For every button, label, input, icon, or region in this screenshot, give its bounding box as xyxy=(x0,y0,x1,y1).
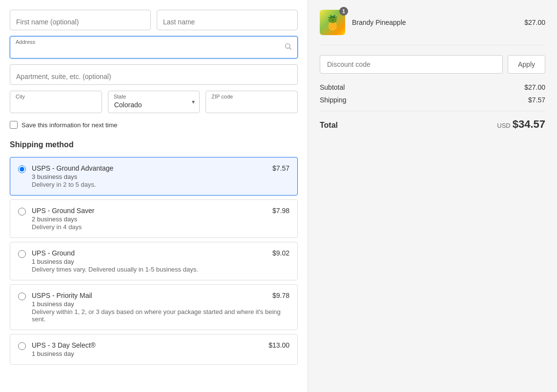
svg-line-1 xyxy=(289,48,291,50)
subtotal-label: Subtotal xyxy=(320,83,345,91)
shipping-radio-4[interactable] xyxy=(18,342,26,350)
discount-code-input[interactable] xyxy=(320,55,503,74)
shipping-option-content-4: UPS - 3 Day Select® $13.00 1 business da… xyxy=(32,341,289,357)
shipping-option-top-3: USPS - Priority Mail $9.78 xyxy=(32,292,289,299)
shipping-option-content-0: USPS - Ground Advantage $7.57 3 business… xyxy=(32,164,289,188)
shipping-radio-1[interactable] xyxy=(18,208,26,216)
city-input[interactable]: Denver xyxy=(10,91,102,113)
last-name-input[interactable] xyxy=(157,10,298,30)
state-select[interactable]: Colorado xyxy=(108,91,200,113)
shipping-option-0[interactable]: USPS - Ground Advantage $7.57 3 business… xyxy=(10,157,298,196)
shipping-option-days-3: 1 business day xyxy=(32,300,289,308)
shipping-radio-3[interactable] xyxy=(18,293,26,300)
city-field: City Denver xyxy=(10,91,102,113)
product-name: Brandy Pineapple xyxy=(352,19,517,26)
zip-input[interactable]: 80206 xyxy=(206,91,298,113)
shipping-option-name-0: USPS - Ground Advantage xyxy=(32,164,113,172)
shipping-option-name-2: UPS - Ground xyxy=(32,249,75,257)
shipping-label: Shipping xyxy=(320,96,347,104)
shipping-value: $7.57 xyxy=(528,96,545,104)
save-info-label[interactable]: Save this information for next time xyxy=(21,121,118,129)
shipping-option-content-1: UPS - Ground Saver $7.98 2 business days… xyxy=(32,207,289,231)
save-info-row: Save this information for next time xyxy=(10,121,298,129)
shipping-option-top-2: UPS - Ground $9.02 xyxy=(32,249,289,257)
shipping-option-1[interactable]: UPS - Ground Saver $7.98 2 business days… xyxy=(10,199,298,238)
summary-divider xyxy=(320,111,545,111)
shipping-option-days-1: 2 business days xyxy=(32,216,289,223)
shipping-option-delivery-1: Delivery in 4 days xyxy=(32,223,289,231)
shipping-section: Shipping method USPS - Ground Advantage … xyxy=(10,140,298,365)
shipping-option-days-4: 1 business day xyxy=(32,350,289,357)
shipping-option-name-1: UPS - Ground Saver xyxy=(32,207,94,215)
discount-row: Apply xyxy=(320,55,545,74)
shipping-option-price-4: $13.00 xyxy=(268,341,289,349)
checkout-form: Address 175 Harrison Street City Denver … xyxy=(0,0,308,392)
shipping-option-price-0: $7.57 xyxy=(272,164,289,172)
product-quantity-badge: 1 xyxy=(339,7,348,16)
shipping-section-title: Shipping method xyxy=(10,140,298,149)
first-name-input[interactable] xyxy=(10,10,151,30)
shipping-option-top-4: UPS - 3 Day Select® $13.00 xyxy=(32,341,289,349)
last-name-field xyxy=(157,10,298,30)
subtotal-value: $27.00 xyxy=(524,83,545,91)
name-row xyxy=(10,10,298,30)
product-image-wrapper: 🍍 1 xyxy=(320,10,345,35)
total-currency: USD xyxy=(497,122,510,129)
apt-field xyxy=(10,64,298,85)
total-label: Total xyxy=(320,121,338,130)
total-row: Total USD$34.57 xyxy=(320,118,545,131)
shipping-option-price-1: $7.98 xyxy=(272,207,289,215)
city-state-zip-row: City Denver State Colorado ▾ ZIP code 80… xyxy=(10,91,298,113)
shipping-option-4[interactable]: UPS - 3 Day Select® $13.00 1 business da… xyxy=(10,334,298,365)
shipping-option-top-1: UPS - Ground Saver $7.98 xyxy=(32,207,289,215)
address-field: Address 175 Harrison Street xyxy=(10,36,298,59)
product-price: $27.00 xyxy=(524,19,545,26)
search-icon xyxy=(284,42,292,52)
total-amount-wrapper: USD$34.57 xyxy=(497,118,545,131)
address-input[interactable]: 175 Harrison Street xyxy=(10,36,298,59)
shipping-option-name-4: UPS - 3 Day Select® xyxy=(32,341,96,349)
shipping-option-3[interactable]: USPS - Priority Mail $9.78 1 business da… xyxy=(10,284,298,330)
apt-row xyxy=(10,64,298,85)
total-amount: $34.57 xyxy=(513,118,545,130)
shipping-option-top-0: USPS - Ground Advantage $7.57 xyxy=(32,164,289,172)
order-summary: 🍍 1 Brandy Pineapple $27.00 Apply Subtot… xyxy=(308,0,557,392)
svg-point-0 xyxy=(286,44,290,48)
shipping-option-days-0: 3 business days xyxy=(32,173,289,180)
shipping-row: Shipping $7.57 xyxy=(320,96,545,104)
address-row: Address 175 Harrison Street xyxy=(10,36,298,59)
shipping-option-name-3: USPS - Priority Mail xyxy=(32,292,92,299)
shipping-option-delivery-2: Delivery times vary. Delivered usually i… xyxy=(32,266,289,273)
shipping-option-2[interactable]: UPS - Ground $9.02 1 business day Delive… xyxy=(10,242,298,280)
shipping-option-content-2: UPS - Ground $9.02 1 business day Delive… xyxy=(32,249,289,273)
shipping-option-delivery-0: Delivery in 2 to 5 days. xyxy=(32,181,289,188)
shipping-option-delivery-3: Delivery within 1, 2, or 3 days based on… xyxy=(32,308,289,323)
shipping-option-price-2: $9.02 xyxy=(272,249,289,257)
shipping-option-days-2: 1 business day xyxy=(32,258,289,265)
shipping-radio-2[interactable] xyxy=(18,250,26,258)
shipping-option-price-3: $9.78 xyxy=(272,292,289,299)
shipping-option-content-3: USPS - Priority Mail $9.78 1 business da… xyxy=(32,292,289,323)
first-name-field xyxy=(10,10,151,30)
apply-discount-button[interactable]: Apply xyxy=(508,55,545,74)
subtotal-row: Subtotal $27.00 xyxy=(320,83,545,91)
pineapple-icon: 🍍 xyxy=(324,15,341,31)
save-info-checkbox[interactable] xyxy=(10,121,18,129)
shipping-radio-0[interactable] xyxy=(18,165,26,173)
product-row: 🍍 1 Brandy Pineapple $27.00 xyxy=(320,10,545,45)
zip-field: ZIP code 80206 xyxy=(206,91,298,113)
state-field: State Colorado ▾ xyxy=(108,91,200,113)
apt-input[interactable] xyxy=(10,64,298,85)
